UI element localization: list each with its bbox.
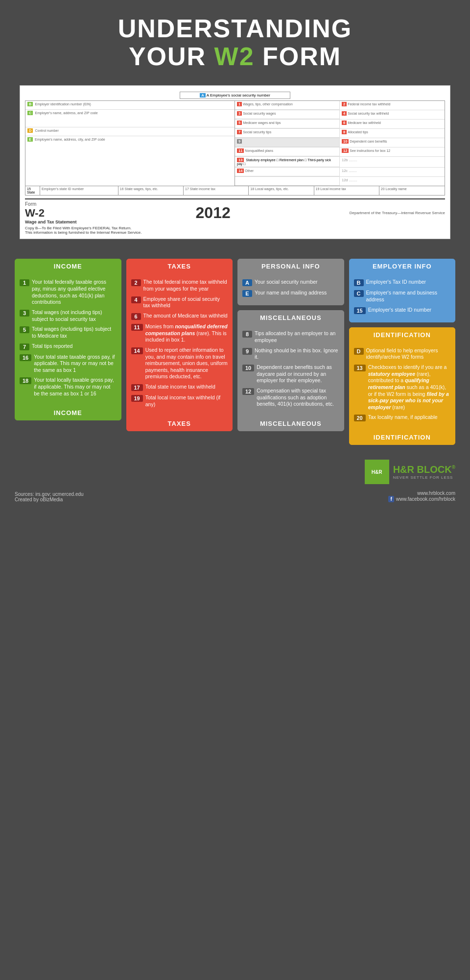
misc-header: MISCELLANEOUS [237, 310, 344, 325]
income-text-5: Total wages (including tips) subject to … [32, 326, 117, 339]
website-link: www.hrblock.com [388, 490, 455, 496]
income-item-3: 3 Total wages (not including tips) subje… [20, 309, 117, 322]
boxes-row-2: 3Social security wages 4Social security … [235, 110, 445, 120]
income-item-16: 16 Your total state taxable gross pay, i… [20, 354, 117, 374]
employer-ident-column: EMPLOYER INFO B Employer's Tax ID number… [349, 259, 456, 445]
taxes-card: TAXES 2 The total federal income tax wit… [126, 259, 233, 431]
boxes-row-1: 1Wages, tips, other compensation 2Federa… [235, 101, 445, 110]
taxes-body: 2 The total federal income tax withheld … [126, 274, 233, 416]
taxes-item-2: 2 The total federal income tax withheld … [131, 279, 228, 292]
taxes-item-6: 6 The amount of Medicare tax withheld [131, 313, 228, 320]
w2-form: A A Employee's social security number B … [20, 85, 450, 239]
taxes-text-14: Used to report other information to you,… [145, 347, 228, 380]
personal-text-a: Your social security number [255, 279, 318, 286]
header-your: YOUR [129, 42, 214, 71]
income-item-1: 1 Your total federally taxable gross pay… [20, 279, 117, 306]
ident-badge-20: 20 [354, 415, 366, 421]
employer-badge-c: C [354, 290, 364, 297]
ident-footer: IDENTIFICATION [349, 430, 456, 445]
irs-label: Department of the Treasury—Internal Reve… [350, 211, 445, 215]
taxes-footer: TAXES [126, 416, 233, 431]
personal-misc-column: PERSONAL INFO A Your social security num… [237, 259, 344, 445]
income-badge-16: 16 [20, 354, 31, 361]
income-column: INCOME 1 Your total federally taxable gr… [15, 259, 121, 445]
ident-header: IDENTIFICATION [349, 327, 456, 343]
taxes-badge-17: 17 [131, 384, 143, 391]
taxes-text-19: Total local income tax withheld (if any) [145, 394, 228, 408]
taxes-header: TAXES [126, 259, 233, 274]
misc-text-9: Nothing should be in this box. Ignore it… [255, 347, 339, 361]
employer-badge-b: B [354, 279, 364, 286]
income-badge-3: 3 [20, 310, 29, 317]
taxes-badge-6: 6 [131, 313, 141, 320]
created-text: Created by oBizMedia [15, 497, 84, 502]
boxes-row-8: 14Other 12c ........ [235, 168, 445, 177]
form-name: W-2 [25, 207, 77, 220]
form-subtitle: Wage and Tax Statement [25, 220, 77, 224]
sources-left: Sources: irs.gov; ucmerced.edu Created b… [15, 491, 84, 502]
form-year: 2012 [196, 204, 231, 222]
income-footer: INCOME [15, 405, 121, 420]
employer-item-c: C Employer's name and business address [354, 290, 451, 303]
boxes-row-4: 7Social security tips 8Allocated tips [235, 129, 445, 138]
income-card: INCOME 1 Your total federally taxable gr… [15, 259, 121, 420]
income-text-7: Total tips reported [32, 343, 72, 350]
field-d: D Control number [25, 127, 235, 136]
income-badge-7: 7 [20, 343, 29, 350]
taxes-badge-19: 19 [131, 395, 143, 402]
w2-main-grid: B Employer identification number (EIN) C… [25, 100, 445, 186]
form-bottom: Form W-2 Wage and Tax Statement 2012 Dep… [25, 198, 445, 224]
hrblock-icon: H&R [365, 460, 389, 484]
header-line1: UNDERSTANDING [10, 15, 460, 43]
taxes-text-11: Monies from nonqualified deferred compen… [145, 323, 228, 343]
income-item-18: 18 Your total locally taxable gross pay,… [20, 377, 117, 397]
employer-text-c: Employer's name and business address [366, 290, 451, 303]
header-form: FORM [262, 42, 341, 71]
misc-text-8: Tips allocated by an employer to an empl… [255, 330, 339, 343]
personal-text-e: Your name and mailing address [255, 290, 327, 296]
ident-card: IDENTIFICATION D Optional field to help … [349, 327, 456, 445]
boxes-row-3: 5Medicare wages and tips 6Medicare tax w… [235, 120, 445, 129]
ident-item-d: D Optional field to help employers ident… [354, 347, 451, 361]
copy-b2: This information is being furnished to t… [25, 230, 445, 235]
field-c: C Employer's name, address, and ZIP code [25, 110, 235, 127]
hrblock-tagline: NEVER SETTLE FOR LESS [393, 475, 455, 480]
form-name-block: Form W-2 Wage and Tax Statement [25, 201, 77, 224]
badge-b: B [27, 102, 33, 106]
ident-item-20: 20 Tax locality name, if applicable [354, 414, 451, 421]
income-text-1: Your total federally taxable gross pay, … [32, 279, 117, 306]
misc-item-9: 9 Nothing should be in this box. Ignore … [242, 347, 339, 361]
hrblock-logo: H&R H&R BLOCK® NEVER SETTLE FOR LESS [365, 460, 455, 484]
ident-badge-13: 13 [354, 365, 366, 371]
hrblock-name: H&R BLOCK® [393, 464, 455, 475]
ssn-letter-a: A [200, 93, 206, 98]
misc-card: MISCELLANEOUS 8 Tips allocated by an emp… [237, 310, 344, 431]
employer-card: EMPLOYER INFO B Employer's Tax ID number… [349, 259, 456, 322]
field-e: E Employee's name, address, city, and ZI… [25, 136, 235, 156]
misc-badge-10: 10 [242, 365, 254, 371]
taxes-text-2: The total federal income tax withheld fr… [143, 279, 228, 292]
ident-item-13: 13 Checkboxes to identify if you are a s… [354, 364, 451, 411]
personal-body: A Your social security number E Your nam… [237, 274, 344, 305]
employer-header: EMPLOYER INFO [349, 259, 456, 274]
taxes-item-4: 4 Employee share of social security tax … [131, 296, 228, 309]
copy-b: Copy B—To Be Filed With Employee's FEDER… [25, 226, 445, 230]
header-line2: YOUR W2 FORM [10, 43, 460, 71]
employer-body: B Employer's Tax ID number C Employer's … [349, 274, 456, 322]
boxes-row-9: 12d ........ [235, 177, 445, 186]
income-text-3: Total wages (not including tips) subject… [32, 309, 117, 322]
misc-body: 8 Tips allocated by an employer to an em… [237, 325, 344, 416]
income-header: INCOME [15, 259, 121, 274]
employer-text-15: Employer's state ID number [368, 307, 431, 314]
header-section: UNDERSTANDING YOUR W2 FORM [0, 0, 470, 80]
w2-right-col: 1Wages, tips, other compensation 2Federa… [235, 101, 445, 186]
facebook-line: f www.facebook.com/hrblock [388, 496, 455, 502]
badge-d: D [27, 128, 33, 133]
income-text-16: Your total state taxable gross pay, if a… [34, 354, 116, 374]
ssn-box: A A Employee's social security number [180, 92, 290, 99]
misc-item-12: 12 Compensation with special tax qualifi… [242, 388, 339, 408]
taxes-text-17: Total state income tax withheld [145, 384, 215, 391]
income-badge-18: 18 [20, 377, 31, 384]
field-b: B Employer identification number (EIN) [25, 101, 235, 110]
misc-item-10: 10 Dependent care benefits such as dayca… [242, 364, 339, 384]
